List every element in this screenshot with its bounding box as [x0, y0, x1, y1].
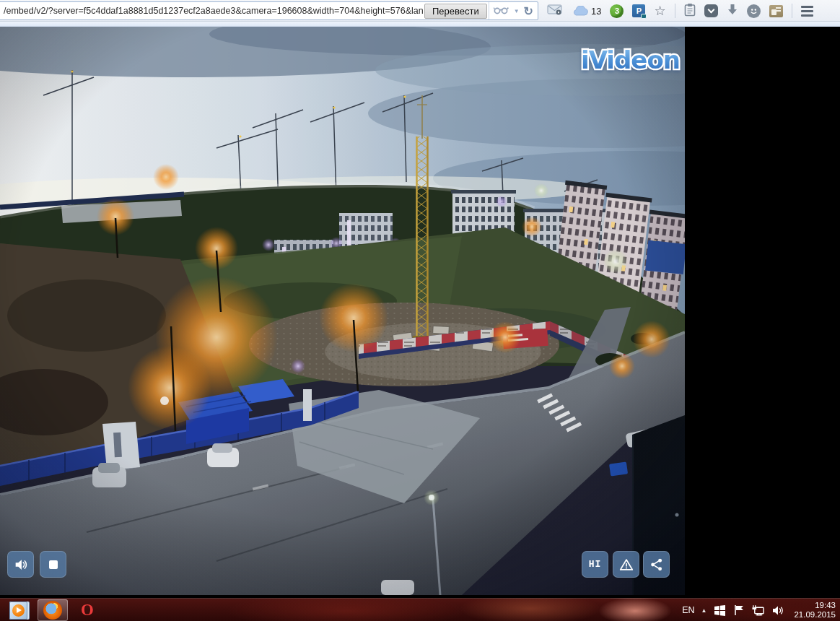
address-bar[interactable]: /embed/v2/?server=f5c4ddaf1a8881d5d1237e…	[0, 1, 538, 20]
page-background	[685, 27, 840, 598]
pocket-icon[interactable]	[704, 4, 718, 17]
menu-hamburger-icon[interactable]	[801, 6, 813, 17]
smiley-icon[interactable]	[747, 4, 761, 18]
pocket-chevron	[707, 6, 714, 14]
clipboard-icon[interactable]	[684, 3, 696, 19]
mail-key-icon[interactable]	[547, 4, 563, 18]
ivideon-logo: iVideon	[581, 45, 680, 74]
system-tray: EN ▲ 19:43 21.09.2015	[682, 599, 839, 621]
adblock-icon[interactable]: 3	[610, 4, 624, 18]
taskbar-opera-button[interactable]: O	[72, 599, 102, 621]
notebook-icon[interactable]	[769, 5, 783, 17]
taskbar: O EN ▲ 19:43 21.09.2015	[0, 598, 840, 621]
quality-label: HI	[589, 559, 602, 570]
taskbar-clock[interactable]: 19:43 21.09.2015	[794, 601, 839, 620]
opera-icon: O	[81, 601, 94, 620]
toolbar-separator	[675, 4, 675, 18]
password-manager-icon[interactable]: P	[632, 4, 645, 17]
url-text[interactable]: /embed/v2/?server=f5c4ddaf1a8881d5d1237e…	[0, 6, 423, 16]
taskbar-media-player-button[interactable]	[3, 599, 33, 621]
toolbar-separator	[792, 4, 792, 18]
address-bar-tools: ▼ ↻	[489, 2, 538, 19]
bookmark-star-icon[interactable]: ☆	[654, 4, 665, 17]
taskbar-firefox-button[interactable]	[38, 599, 68, 621]
cloud-count-badge: 13	[591, 6, 601, 17]
windows-update-icon[interactable]	[713, 604, 726, 617]
speaker-icon	[13, 557, 29, 573]
stop-icon	[49, 560, 58, 569]
network-icon[interactable]	[752, 604, 765, 617]
share-icon	[649, 557, 665, 573]
notebook-lines	[776, 7, 781, 9]
language-indicator[interactable]: EN	[682, 605, 694, 615]
tray-expand-icon[interactable]: ▲	[701, 607, 707, 614]
warning-triangle-icon	[618, 557, 634, 573]
action-center-flag-icon[interactable]	[732, 604, 745, 617]
chevron-down-icon[interactable]: ▼	[514, 8, 520, 14]
volume-button[interactable]	[7, 551, 34, 578]
download-arrow-icon[interactable]	[727, 4, 738, 19]
translate-button[interactable]: Перевести	[424, 4, 487, 19]
notebook-page	[771, 9, 776, 15]
media-player-icon	[9, 602, 27, 620]
clock-time: 19:43	[794, 601, 836, 610]
content-top-strip	[0, 22, 840, 27]
translator-glasses-icon[interactable]	[494, 4, 509, 17]
volume-tray-icon[interactable]	[771, 604, 784, 617]
browser-toolbar: /embed/v2/?server=f5c4ddaf1a8881d5d1237e…	[0, 0, 840, 22]
firefox-icon	[43, 601, 62, 620]
extension-icons-row: 13 3 P ☆	[547, 0, 813, 22]
share-button[interactable]	[643, 551, 670, 578]
quality-button[interactable]: HI	[582, 551, 608, 578]
report-button[interactable]	[613, 551, 639, 578]
cloud-sync-icon[interactable]: 13	[572, 6, 601, 17]
reload-icon[interactable]: ↻	[524, 4, 533, 18]
clock-date: 21.09.2015	[794, 610, 836, 620]
camera-stream: iVideon	[0, 27, 685, 595]
key-badge	[641, 14, 647, 19]
video-player: iVideon HI	[0, 27, 685, 595]
stop-button[interactable]	[40, 551, 66, 578]
screen: { "browser": { "url": "/embed/v2/?server…	[0, 0, 840, 621]
